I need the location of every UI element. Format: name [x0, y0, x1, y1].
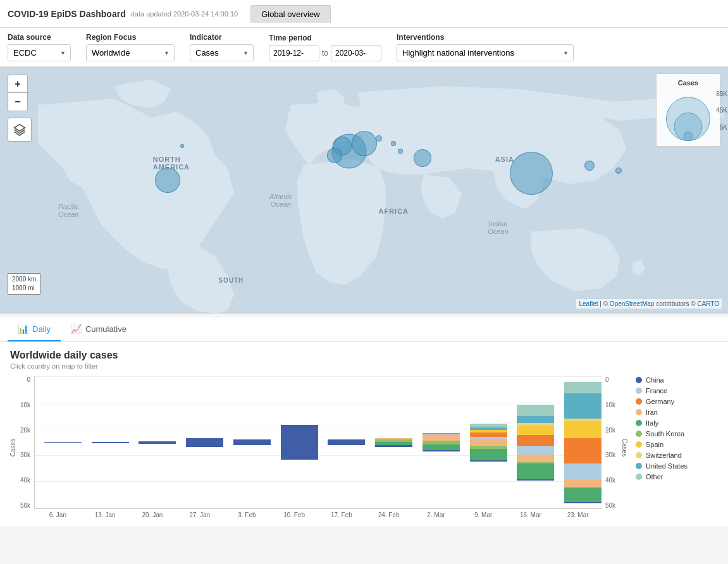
france-dot [636, 388, 642, 394]
bubble-south-korea[interactable] [584, 161, 595, 171]
spain-label: Spain [646, 441, 663, 448]
time-to-input[interactable] [331, 45, 381, 61]
carto-link[interactable]: CARTO [697, 300, 719, 307]
legend-germany: Germany [636, 398, 718, 405]
last-updated: data updated 2020-03-24 14:00:10 [131, 10, 238, 18]
indicator-wrapper[interactable]: Cases Deaths Recovered [190, 44, 254, 61]
legend-spain: Spain [636, 441, 718, 448]
legend-85k: 85K [716, 90, 727, 97]
time-from-input[interactable] [269, 45, 319, 61]
app-title: COVID-19 EpiDS Dashboard [8, 9, 126, 19]
legend-usa: United States [636, 462, 718, 470]
scale-km: 2000 km [12, 275, 36, 284]
legend-france: France [636, 387, 718, 395]
layers-button[interactable] [8, 118, 32, 142]
tab-daily[interactable]: 📊 Daily [8, 317, 61, 341]
indicator-label: Indicator [190, 33, 254, 42]
usa-label: United States [646, 462, 688, 470]
chart-tabs: 📊 Daily 📈 Cumulative [0, 317, 728, 342]
zoom-controls: + − [8, 75, 28, 111]
tab-cumulative[interactable]: 📈 Cumulative [61, 317, 137, 341]
bar-group-jan20[interactable] [130, 376, 176, 508]
bubble-iran[interactable] [414, 149, 431, 167]
region-focus-wrapper[interactable]: Worldwide Europe Asia Americas Africa [86, 44, 175, 61]
germany-label: Germany [646, 398, 674, 405]
bar-group-mar23[interactable] [555, 376, 602, 508]
bar-group-feb10[interactable] [271, 376, 318, 508]
interventions-wrapper[interactable]: Highlight national interventions None [397, 44, 574, 61]
interventions-group: Interventions Highlight national interve… [397, 33, 574, 61]
legend-45k: 45K [716, 107, 727, 114]
legend-iran: Iran [636, 408, 718, 416]
map-attribution: Leaflet | © OpenStreetMap contributors ©… [576, 299, 722, 309]
osm-link[interactable]: OpenStreetMap [610, 300, 655, 307]
other-label: Other [646, 473, 663, 481]
other-dot [636, 474, 642, 480]
indicator-select[interactable]: Cases Deaths Recovered [190, 44, 254, 61]
interventions-select[interactable]: Highlight national interventions None [397, 44, 574, 61]
bar-group-mar2[interactable] [413, 376, 460, 508]
bar-group-feb17[interactable] [319, 376, 366, 508]
china-dot [636, 377, 642, 383]
legend-5k: 5K [720, 124, 727, 131]
world-map[interactable]: NORTHAMERICA AFRICA ASIA PacificOcean At… [0, 67, 728, 314]
south-korea-label: South Korea [646, 430, 684, 438]
chart-area: 📊 Daily 📈 Cumulative Worldwide daily cas… [0, 317, 728, 526]
chart-wrapper: Cases 50k 40k 30k 20k 10k 0 [10, 376, 718, 518]
bubble-misc-1[interactable] [376, 135, 382, 142]
iran-label: Iran [646, 408, 658, 416]
time-period-inputs: to [269, 45, 381, 61]
data-source-select[interactable]: ECDC WHO JHU [8, 44, 71, 61]
italy-dot [636, 420, 642, 426]
data-source-group: Data source ECDC WHO JHU [8, 33, 71, 61]
bubble-usa[interactable] [155, 168, 180, 193]
global-overview-tab[interactable]: Global overview [250, 5, 331, 23]
map-legend: Cases 85K 45K 5K [656, 73, 720, 147]
daily-icon: 📊 [18, 324, 28, 334]
interventions-label: Interventions [397, 33, 574, 42]
bubble-misc-3[interactable] [398, 149, 403, 154]
usa-dot [636, 463, 642, 469]
legend-title: Cases [663, 79, 713, 87]
bubble-germany[interactable] [352, 131, 377, 156]
bubble-china[interactable] [510, 152, 553, 195]
zoom-out-button[interactable]: − [8, 93, 27, 111]
south-korea-dot [636, 431, 642, 437]
bubble-misc-4[interactable] [180, 144, 184, 148]
legend-switzerland: Switzerland [636, 451, 718, 459]
bubble-misc-5[interactable] [615, 168, 622, 174]
bar-group-feb3[interactable] [224, 376, 271, 508]
bar-group-mar16[interactable] [508, 376, 555, 508]
time-separator: to [322, 49, 328, 58]
time-period-label: Time period [269, 34, 381, 42]
bubble-spain[interactable] [327, 148, 342, 163]
data-source-label: Data source [8, 33, 71, 42]
china-label: China [646, 376, 664, 384]
region-focus-select[interactable]: Worldwide Europe Asia Americas Africa [86, 44, 175, 61]
tab-cumulative-label: Cumulative [85, 324, 126, 334]
france-label: France [646, 387, 667, 395]
legend-china: China [636, 376, 718, 384]
chart-legend: China France Germany Iran Italy [636, 376, 718, 484]
data-source-wrapper[interactable]: ECDC WHO JHU [8, 44, 71, 61]
bar-group-jan6[interactable] [35, 376, 82, 508]
leaflet-link[interactable]: Leaflet [579, 300, 598, 307]
legend-south-korea: South Korea [636, 430, 718, 438]
bar-group-mar9[interactable] [460, 376, 507, 508]
region-focus-group: Region Focus Worldwide Europe Asia Ameri… [86, 33, 175, 61]
scale-bar: 2000 km 1000 mi [8, 273, 40, 295]
bar-group-jan13[interactable] [82, 376, 129, 508]
scale-mi: 1000 mi [12, 284, 36, 293]
spain-dot [636, 441, 642, 448]
zoom-in-button[interactable]: + [8, 75, 27, 93]
bars-container [34, 376, 602, 509]
y-axis-label-right: Cases [620, 438, 627, 456]
map-svg [0, 67, 728, 314]
x-axis: 6. Jan 13. Jan 20. Jan 27. Jan 3. Feb 10… [10, 512, 626, 518]
bar-group-jan27[interactable] [176, 376, 223, 508]
indicator-group: Indicator Cases Deaths Recovered [190, 33, 254, 61]
time-period-group: Time period to [269, 34, 381, 61]
italy-label: Italy [646, 419, 658, 427]
bubble-misc-2[interactable] [391, 141, 396, 146]
bar-group-feb24[interactable] [366, 376, 412, 508]
